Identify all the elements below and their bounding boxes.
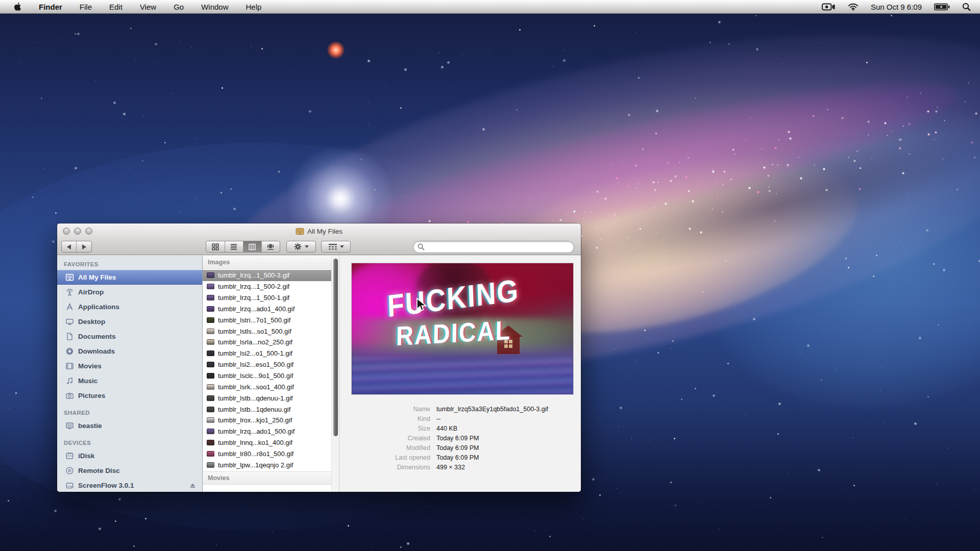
finder-window: All My Files [57,223,581,492]
wifi-icon[interactable] [848,3,859,11]
preview-image[interactable]: FUCKING RADICAL [352,263,573,394]
documents-icon [65,332,74,341]
file-thumbnail-icon [207,440,214,445]
screen-recording-icon[interactable] [822,3,836,11]
file-thumbnail-icon [207,339,214,345]
file-row[interactable]: tumblr_lsi2...eso1_500.gif [203,359,331,370]
file-row[interactable]: tumblr_lsclc...9o1_500.gif [203,370,331,382]
file-thumbnail-icon [207,284,214,289]
sidebar-item-beastie[interactable]: beastie [57,418,202,433]
sidebar-item-airdrop[interactable]: AirDrop [57,285,202,299]
file-row[interactable]: tumblr_lrzq...ado1_500.gif [203,426,331,437]
sidebar-item-label: ScreenFlow 3.0.1 [78,482,134,489]
icon-view-button[interactable] [206,241,225,252]
scrollbar-thumb[interactable] [333,259,338,436]
sidebar-item-idisk[interactable]: iDisk [57,448,202,463]
gear-icon [293,242,302,251]
sidebar-item-screenflow-3-0-1[interactable]: ScreenFlow 3.0.1 [57,478,202,492]
sidebar-item-desktop[interactable]: Desktop [57,314,202,329]
file-name: tumblr_lrzq...ado1_400.gif [218,305,295,313]
file-row[interactable]: tumblr_lrzq...ado1_400.gif [203,304,331,315]
battery-icon[interactable] [934,3,950,11]
file-thumbnail-icon [207,384,214,390]
scrollbar[interactable] [331,256,339,492]
menu-clock[interactable]: Sun Oct 9 6:09 [871,3,922,11]
action-menu-button[interactable] [286,241,316,253]
file-row[interactable]: tumblr_lsi2...o1_500-1.gif [203,348,331,359]
menu-item-go[interactable]: Go [165,0,192,14]
info-label: Created [339,434,436,443]
file-name: tumblr_lstb...qdenuu-1.gif [218,394,293,402]
sidebar-item-label: Downloads [78,347,115,355]
menu-item-edit[interactable]: Edit [101,0,131,14]
preview-text-line2: RADICAL [396,316,511,349]
arrange-menu-button[interactable] [321,241,351,253]
info-value: Today 6:09 PM [436,443,479,453]
back-button[interactable] [62,241,77,252]
sidebar-item-documents[interactable]: Documents [57,329,202,344]
file-row[interactable]: tumblr_lnnq...ko1_400.gif [203,437,331,448]
sidebar-item-label: Music [78,377,97,385]
file-row[interactable]: tumblr_lstls...so1_500.gif [203,325,331,337]
minimize-button[interactable] [74,228,81,235]
menu-item-finder[interactable]: Finder [30,0,71,14]
file-row[interactable]: tumblr_lrzq...1_500-2.gif [203,281,331,292]
file-row[interactable]: tumblr_lr80...r8o1_500.gif [203,448,331,460]
menu-item-file[interactable]: File [71,0,101,14]
column-view-button[interactable] [243,241,261,252]
file-row[interactable]: tumblr_lsrk...soo1_400.gif [203,381,331,392]
file-row[interactable]: tumblr_lsrla...no2_250.gif [203,337,331,348]
sidebar-item-movies[interactable]: Movies [57,359,202,373]
file-thumbnail-icon [207,407,214,412]
file-row[interactable]: tumblr_lstb...1qdenuu.gif [203,404,331,415]
file-name: tumblr_lsi2...o1_500-1.gif [218,349,292,357]
window-title: All My Files [307,228,342,235]
menu-item-view[interactable]: View [131,0,165,14]
back-arrow-icon [67,244,71,249]
coverflow-view-icon [267,243,274,251]
preview-streaks [352,358,573,394]
chevron-down-icon [305,245,309,248]
close-button[interactable] [63,228,70,235]
apple-menu[interactable] [6,2,30,11]
sidebar-item-applications[interactable]: Applications [57,299,202,314]
file-row[interactable]: tumblr_lpw...1qeqnjo 2.gif [203,459,331,470]
title-bar[interactable]: All My Files [57,223,581,239]
icon-view-icon [212,243,219,251]
sidebar-item-label: iDisk [78,452,94,460]
arrange-icon [328,243,337,251]
file-thumbnail-icon [207,373,214,379]
menu-item-window[interactable]: Window [192,0,237,14]
file-row[interactable]: tumblr_lrzq...1_500-1.gif [203,292,331,304]
airdrop-icon [65,288,74,297]
red-star [327,41,345,59]
file-thumbnail-icon [207,395,214,401]
file-row[interactable]: tumblr_lstri...7o1_500.gif [203,314,331,325]
sidebar-item-label: Pictures [78,392,105,399]
sidebar-item-pictures[interactable]: Pictures [57,388,202,403]
eject-icon[interactable] [189,482,197,490]
info-value: 499 × 332 [436,463,465,472]
file-name: tumblr_lsi2...eso1_500.gif [218,361,293,368]
list-view-button[interactable] [225,241,243,252]
search-input[interactable] [427,243,570,252]
file-thumbnail-icon [207,306,214,312]
file-row[interactable]: tumblr_lstb...qdenuu-1.gif [203,392,331,404]
sidebar-item-label: Movies [78,362,102,370]
file-row[interactable]: tumblr_lrzq...1_500-3.gif [203,270,331,281]
sidebar-item-music[interactable]: Music [57,373,202,388]
file-name: tumblr_lrox...kjo1_250.gif [218,416,292,424]
desktop-icon [65,317,74,327]
info-label: Dimensions [339,463,436,472]
sidebar-item-all-my-files[interactable]: All My Files [57,270,202,285]
forward-button[interactable] [77,241,91,252]
zoom-button[interactable] [85,228,92,235]
file-rows: tumblr_lrzq...1_500-3.giftumblr_lrzq...1… [203,270,331,470]
file-row[interactable]: tumblr_lrox...kjo1_250.gif [203,415,331,426]
menu-item-help[interactable]: Help [237,0,271,14]
search-field[interactable] [413,241,574,253]
sidebar-item-remote-disc[interactable]: Remote Disc [57,463,202,478]
coverflow-view-button[interactable] [261,241,280,252]
spotlight-icon[interactable] [962,3,971,11]
sidebar-item-downloads[interactable]: Downloads [57,344,202,359]
